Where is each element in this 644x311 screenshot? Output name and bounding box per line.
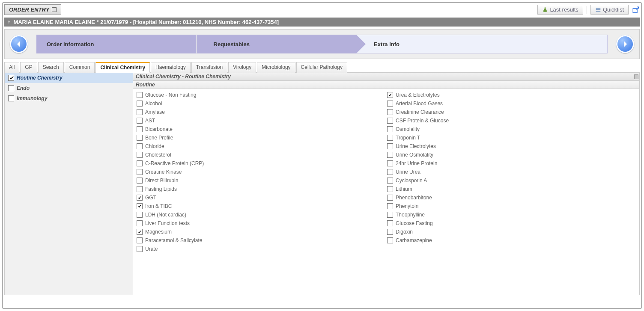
tab-haematology[interactable]: Haematology xyxy=(151,62,191,73)
tab-all[interactable]: All xyxy=(4,62,19,73)
checkbox-icon[interactable] xyxy=(387,203,393,209)
test-row[interactable]: Theophylline xyxy=(386,210,637,219)
checkbox-icon[interactable] xyxy=(387,186,393,192)
test-row[interactable]: Urine Electrolytes xyxy=(386,142,637,151)
checkbox-icon[interactable] xyxy=(137,92,143,98)
checkbox-icon[interactable] xyxy=(137,160,143,166)
checkbox-icon[interactable] xyxy=(137,126,143,132)
nav-forward-button[interactable] xyxy=(616,35,634,53)
checkbox-icon[interactable] xyxy=(137,118,143,124)
test-row[interactable]: Iron & TIBC xyxy=(136,202,386,210)
sidebar-item-routine-chemistry[interactable]: Routine Chemistry xyxy=(5,73,133,83)
test-row[interactable]: C-Reactive Protein (CRP) xyxy=(136,159,386,168)
tab-cellular-pathology[interactable]: Cellular Pathology xyxy=(296,62,347,73)
checkbox-icon[interactable] xyxy=(137,178,143,184)
nav-back-button[interactable] xyxy=(10,35,28,53)
tab-search[interactable]: Search xyxy=(38,62,64,73)
test-row[interactable]: Cyclosporin A xyxy=(386,176,637,185)
tab-gp[interactable]: GP xyxy=(20,62,37,73)
quicklist-button[interactable]: Quicklist xyxy=(590,5,629,15)
test-row[interactable]: Glucose Fasting xyxy=(386,219,637,228)
test-row[interactable]: Urine Urea xyxy=(386,168,637,176)
checkbox-icon[interactable] xyxy=(387,195,393,201)
test-row[interactable]: Bicarbonate xyxy=(136,125,386,133)
test-row[interactable]: Digoxin xyxy=(386,228,637,236)
checkbox-icon[interactable] xyxy=(137,152,143,158)
test-row[interactable]: Urea & Electrolytes xyxy=(386,91,637,99)
checkbox-icon[interactable] xyxy=(387,126,393,132)
checkbox-icon[interactable] xyxy=(137,220,143,226)
test-row[interactable]: Amylase xyxy=(136,108,386,116)
test-row[interactable]: Carbamazepine xyxy=(386,236,637,245)
test-row[interactable]: Arterial Blood Gases xyxy=(386,99,637,108)
checkbox-icon[interactable] xyxy=(137,101,143,107)
test-row[interactable]: Urate xyxy=(136,245,386,253)
checkbox-icon[interactable] xyxy=(137,203,143,209)
test-row[interactable]: Alcohol xyxy=(136,99,386,108)
test-row[interactable]: Phenobarbitone xyxy=(386,193,637,202)
tab-microbiology[interactable]: Microbiology xyxy=(257,62,295,73)
tab-transfusion[interactable]: Transfusion xyxy=(191,62,227,73)
checkbox-icon[interactable] xyxy=(387,212,393,218)
test-row[interactable]: Chloride xyxy=(136,142,386,151)
checkbox-icon[interactable] xyxy=(387,135,393,141)
test-row[interactable]: Paracetamol & Salicylate xyxy=(136,236,386,245)
test-row[interactable]: Lithium xyxy=(386,185,637,193)
checkbox-icon[interactable] xyxy=(137,246,143,252)
step-requestables[interactable]: Requestables xyxy=(197,35,357,53)
test-row[interactable]: Glucose - Non Fasting xyxy=(136,91,386,99)
popout-icon[interactable] xyxy=(632,6,640,14)
test-row[interactable]: Creatine Kinase xyxy=(136,168,386,176)
checkbox-icon[interactable] xyxy=(387,160,393,166)
checkbox-icon[interactable] xyxy=(387,152,393,158)
scroll-up-icon[interactable] xyxy=(634,74,638,79)
checkbox-icon[interactable] xyxy=(387,229,393,235)
checkbox-icon[interactable] xyxy=(8,85,14,91)
test-row[interactable]: Troponin T xyxy=(386,133,637,142)
tab-virology[interactable]: Virology xyxy=(228,62,256,73)
test-row[interactable]: Direct Bilirubin xyxy=(136,176,386,185)
checkbox-icon[interactable] xyxy=(387,143,393,149)
checkbox-icon[interactable] xyxy=(137,169,143,175)
checkbox-icon[interactable] xyxy=(387,220,393,226)
test-row[interactable]: Osmolality xyxy=(386,125,637,133)
test-row[interactable]: Urine Osmolality xyxy=(386,151,637,159)
checkbox-icon[interactable] xyxy=(8,75,14,81)
step-extra-info[interactable]: Extra info xyxy=(356,35,608,53)
checkbox-icon[interactable] xyxy=(387,178,393,184)
step-order-info[interactable]: Order information xyxy=(36,35,197,53)
test-row[interactable]: Creatinine Clearance xyxy=(386,108,637,116)
checkbox-icon[interactable] xyxy=(387,92,393,98)
test-row[interactable]: Phenytoin xyxy=(386,202,637,210)
checkbox-icon[interactable] xyxy=(387,109,393,115)
test-row[interactable]: LDH (Not cardiac) xyxy=(136,210,386,219)
test-label: Chloride xyxy=(145,143,164,149)
checkbox-icon[interactable] xyxy=(137,143,143,149)
tab-clinical-chemistry[interactable]: Clinical Chemistry xyxy=(95,62,150,73)
checkbox-icon[interactable] xyxy=(137,195,143,201)
checkbox-icon[interactable] xyxy=(137,237,143,243)
checkbox-icon[interactable] xyxy=(387,101,393,107)
checkbox-icon[interactable] xyxy=(137,212,143,218)
checkbox-icon[interactable] xyxy=(137,186,143,192)
test-row[interactable]: Liver Function tests xyxy=(136,219,386,228)
test-row[interactable]: 24hr Urine Protein xyxy=(386,159,637,168)
checkbox-icon[interactable] xyxy=(137,229,143,235)
tab-common[interactable]: Common xyxy=(65,62,95,73)
last-results-button[interactable]: Last results xyxy=(537,5,583,15)
checkbox-icon[interactable] xyxy=(387,237,393,243)
test-row[interactable]: Bone Profile xyxy=(136,133,386,142)
test-row[interactable]: Cholesterol xyxy=(136,151,386,159)
test-row[interactable]: GGT xyxy=(136,193,386,202)
checkbox-icon[interactable] xyxy=(137,135,143,141)
test-row[interactable]: CSF Protein & Glucose xyxy=(386,116,637,125)
test-row[interactable]: Fasting Lipids xyxy=(136,185,386,193)
sidebar-item-endo[interactable]: Endo xyxy=(5,83,133,93)
checkbox-icon[interactable] xyxy=(387,118,393,124)
checkbox-icon[interactable] xyxy=(387,169,393,175)
sidebar-item-immunology[interactable]: Immunology xyxy=(5,93,133,104)
test-row[interactable]: AST xyxy=(136,116,386,125)
test-row[interactable]: Magnesium xyxy=(136,228,386,236)
checkbox-icon[interactable] xyxy=(137,109,143,115)
checkbox-icon[interactable] xyxy=(8,95,14,101)
